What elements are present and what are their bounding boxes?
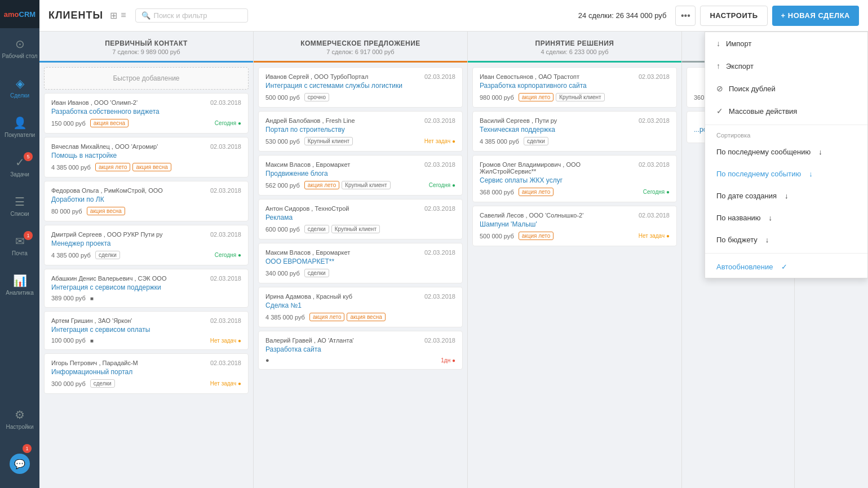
deal-card[interactable]: Максим Власов , Евромаркет 02.03.2018 ОО… (258, 243, 463, 283)
deal-card[interactable]: Василий Сергеев , Пути ру 02.03.2018 Тех… (472, 111, 677, 152)
sidebar-item-contacts[interactable]: 👤 Покупатели (0, 107, 39, 147)
card-title[interactable]: Разработка корпоративного сайта (480, 82, 670, 90)
more-button[interactable]: ••• (675, 6, 696, 26)
settings-button[interactable]: НАСТРОИТЬ (700, 6, 767, 26)
card-title[interactable]: Сделка №1 (265, 301, 455, 309)
card-contact: Вячеслав Михайлец , ООО 'Агромир' (51, 143, 206, 150)
deal-card[interactable]: Иван Иванов , ООО 'Олимп-2' 02.03.2018 Р… (44, 93, 249, 134)
card-title[interactable]: Разработка сайта (265, 345, 455, 353)
new-deal-button[interactable]: + НОВАЯ СДЕЛКА (772, 6, 859, 26)
card-title[interactable]: Интеграция с сервисом поддержки (51, 283, 241, 291)
sidebar-item-chat[interactable]: 💬 1 (0, 444, 39, 483)
card-title[interactable]: ООО ЕВРОМАРКЕТ** (265, 258, 455, 265)
search-icon: 🔍 (141, 11, 150, 20)
sidebar-item-lists[interactable]: ☰ Списки (0, 186, 39, 225)
sidebar-item-settings[interactable]: ⚙ Настройки (0, 399, 39, 438)
deal-card[interactable]: Федорова Ольга , РимКомСтрой, ООО 02.03.… (44, 181, 249, 221)
card-tag: Крупный клиент (331, 225, 380, 233)
card-contact: Ирина Адамова , Красный куб (265, 293, 420, 300)
deal-card[interactable]: Громов Олег Владимирович , ООО ЖилСтройС… (472, 155, 677, 202)
deal-card[interactable]: Иванов Сергей , ООО ТурбоПортал 02.03.20… (258, 67, 463, 108)
sort-created-date[interactable]: По дате создания ↓ (705, 185, 867, 207)
card-title[interactable]: Разработка собственного виджета (51, 108, 241, 116)
card-title[interactable]: Продвижение блога (265, 170, 455, 178)
card-title[interactable]: Интеграция с сервисом оплаты (51, 326, 241, 334)
deal-card[interactable]: Андрей Балобанов , Fresh Line 02.03.2018… (258, 111, 463, 152)
card-title[interactable]: Интеграция с системами службы логистики (265, 82, 455, 90)
column-header-decision: ПРИНЯТИЕ РЕШЕНИЯ 4 сделки: 6 233 000 руб (468, 32, 681, 63)
sort-label: По последнему сообщению (716, 148, 811, 156)
tasks-icon: ✓ (15, 156, 25, 169)
app-logo[interactable]: amoCRM (0, 0, 39, 28)
sort-label: По последнему событию (716, 170, 801, 178)
card-tag: Крупный клиент (304, 137, 353, 145)
dropdown-import[interactable]: ↓ Импорт (705, 32, 867, 55)
view-list-icon[interactable]: ≡ (121, 10, 126, 21)
deal-card[interactable]: Ирина Адамова , Красный куб 02.03.2018 С… (258, 287, 463, 327)
deal-card[interactable]: Иван Севостьянов , ОАО Трастопт 02.03.20… (472, 67, 677, 108)
sort-autoupdate[interactable]: Автообновление ✓ (705, 256, 867, 278)
sort-last-event[interactable]: По последнему событию ↓ (705, 163, 867, 185)
sort-last-message[interactable]: По последнему сообщению ↓ (705, 141, 867, 163)
card-price: 500 000 руб (480, 233, 514, 239)
dropdown-duplicates[interactable]: ⊘ Поиск дублей (705, 77, 867, 100)
quick-add-primary[interactable]: Быстрое добавление (44, 67, 249, 90)
card-title[interactable]: Сервис оплаты ЖКХ услуг (480, 176, 670, 184)
card-status: Нет задач ● (424, 138, 455, 144)
card-contact: Артем Гришин , ЗАО 'Яркон' (51, 317, 206, 324)
lists-icon: ☰ (15, 195, 25, 208)
deal-card[interactable]: Максим Власов , Евромаркет 02.03.2018 Пр… (258, 155, 463, 196)
deal-card[interactable]: Валерий Гравей , АО 'Атланта' 02.03.2018… (258, 331, 463, 370)
card-price: 4 385 000 руб (51, 164, 91, 171)
sidebar-item-analytics[interactable]: 📊 Аналитика (0, 265, 39, 304)
column-title-decision: ПРИНЯТИЕ РЕШЕНИЯ (477, 39, 672, 47)
sidebar-item-tasks[interactable]: ✓ 5 Задачи (0, 147, 39, 186)
card-status: Нет задач ● (639, 233, 670, 239)
column-subtitle-commercial: 7 сделок: 6 917 000 руб (263, 48, 458, 55)
checkmark-icon: ✓ (781, 263, 787, 271)
deal-card[interactable]: Дмитрий Сергеев , ООО РУКР Пути ру 02.03… (44, 225, 249, 265)
card-price: 4 385 000 руб (265, 314, 305, 321)
card-date: 02.03.2018 (210, 275, 241, 282)
sidebar-item-mail[interactable]: ✉ 1 Почта (0, 225, 39, 265)
card-tag: акция лето (519, 232, 554, 240)
card-title[interactable]: Помощь в настройке (51, 152, 241, 159)
card-date: 02.03.2018 (639, 212, 670, 219)
card-title[interactable]: Реклама (265, 214, 455, 221)
deal-card[interactable]: Игорь Петрович , Парадайс-М 02.03.2018 И… (44, 353, 249, 394)
card-tag: акция весна (347, 313, 385, 321)
search-placeholder: Поиск и фильтр (154, 11, 207, 20)
deal-card[interactable]: Вячеслав Михайлец , ООО 'Агромир' 02.03.… (44, 137, 249, 178)
sidebar-item-deals[interactable]: ◈ Сделки (0, 68, 39, 107)
sort-icon: ↓ (769, 214, 773, 222)
card-date: 02.03.2018 (424, 117, 455, 124)
card-title[interactable]: Шампуни 'Малыш' (480, 220, 670, 228)
sort-label: По названию (716, 214, 761, 222)
deal-card[interactable]: Савелий Лесов , ООО 'Солнышко-2' 02.03.2… (472, 206, 677, 246)
card-tag: сделки (304, 225, 329, 233)
card-title[interactable]: Менеджер проекта (51, 239, 241, 247)
card-date: 02.03.2018 (639, 73, 670, 80)
column-header-primary-contact: ПЕРВИЧНЫЙ КОНТАКТ 7 сделок: 9 989 000 ру… (39, 32, 253, 63)
deals-icon: ◈ (16, 77, 24, 90)
card-status: Сегодня ● (643, 189, 670, 195)
sort-name[interactable]: По названию ↓ (705, 207, 867, 229)
dropdown-export[interactable]: ↑ Экспорт (705, 55, 867, 77)
mass-actions-label: Массовые действия (729, 107, 797, 116)
card-title[interactable]: Информационный портал (51, 368, 241, 376)
card-price: 4 385 000 руб (480, 138, 519, 145)
deal-card[interactable]: Абашкин Денис Валерьевич , СЭК ООО 02.03… (44, 269, 249, 308)
tasks-badge: 5 (24, 152, 33, 161)
view-columns-icon[interactable]: ⊞ (110, 10, 117, 21)
sort-budget[interactable]: По бюджету ↓ (705, 229, 867, 251)
deal-card[interactable]: Артем Гришин , ЗАО 'Яркон' 02.03.2018 Ин… (44, 311, 249, 350)
sidebar: amoCRM ⊙ Рабочий стол ◈ Сделки 👤 Покупат… (0, 0, 39, 488)
search-box[interactable]: 🔍 Поиск и фильтр (135, 8, 248, 23)
card-title[interactable]: Доработки по ЛК (51, 196, 241, 203)
card-title[interactable]: Техническая поддержка (480, 126, 670, 134)
sidebar-item-dashboard[interactable]: ⊙ Рабочий стол (0, 28, 39, 68)
card-title[interactable]: Портал по строительству (265, 126, 455, 134)
dropdown-mass-actions[interactable]: ✓ Массовые действия (705, 100, 867, 122)
deal-card[interactable]: Антон Сидоров , ТехноСтрой 02.03.2018 Ре… (258, 199, 463, 239)
card-contact: Валерий Гравей , АО 'Атланта' (265, 337, 420, 344)
